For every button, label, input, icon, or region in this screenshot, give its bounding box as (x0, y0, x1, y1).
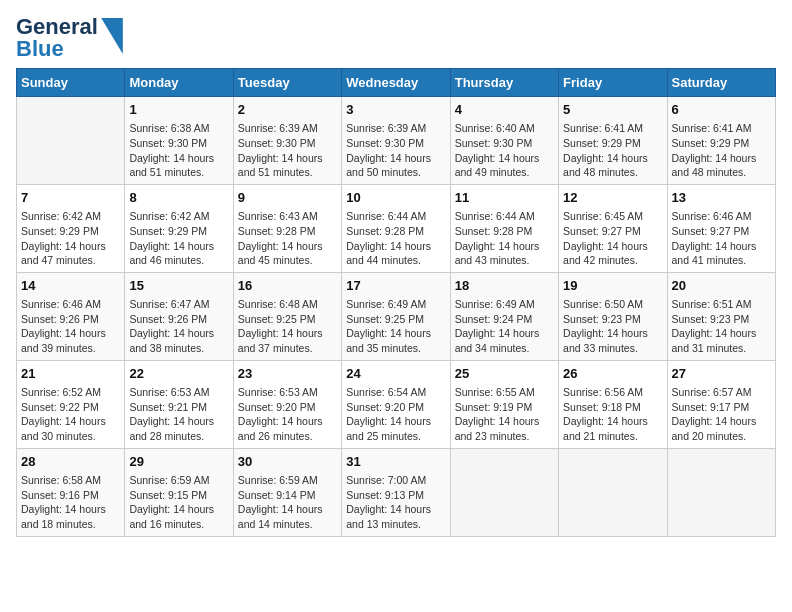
day-number: 8 (129, 189, 228, 207)
day-number: 22 (129, 365, 228, 383)
daylight-text: Daylight: 14 hours and 50 minutes. (346, 151, 445, 180)
sunrise-text: Sunrise: 6:46 AM (672, 209, 771, 224)
calendar-cell: 5 Sunrise: 6:41 AM Sunset: 9:29 PM Dayli… (559, 97, 667, 185)
calendar-cell: 22 Sunrise: 6:53 AM Sunset: 9:21 PM Dayl… (125, 360, 233, 448)
sunrise-text: Sunrise: 6:42 AM (21, 209, 120, 224)
daylight-text: Daylight: 14 hours and 51 minutes. (129, 151, 228, 180)
day-number: 15 (129, 277, 228, 295)
sunset-text: Sunset: 9:27 PM (563, 224, 662, 239)
day-number: 2 (238, 101, 337, 119)
daylight-text: Daylight: 14 hours and 49 minutes. (455, 151, 554, 180)
sunrise-text: Sunrise: 6:46 AM (21, 297, 120, 312)
sunset-text: Sunset: 9:20 PM (238, 400, 337, 415)
sunset-text: Sunset: 9:29 PM (129, 224, 228, 239)
sunrise-text: Sunrise: 6:45 AM (563, 209, 662, 224)
sunrise-text: Sunrise: 6:41 AM (672, 121, 771, 136)
sunrise-text: Sunrise: 6:44 AM (346, 209, 445, 224)
sunrise-text: Sunrise: 6:52 AM (21, 385, 120, 400)
sunrise-text: Sunrise: 6:38 AM (129, 121, 228, 136)
sunrise-text: Sunrise: 6:40 AM (455, 121, 554, 136)
day-number: 26 (563, 365, 662, 383)
day-number: 13 (672, 189, 771, 207)
calendar-cell: 29 Sunrise: 6:59 AM Sunset: 9:15 PM Dayl… (125, 448, 233, 536)
sunset-text: Sunset: 9:16 PM (21, 488, 120, 503)
sunrise-text: Sunrise: 6:53 AM (129, 385, 228, 400)
sunrise-text: Sunrise: 6:59 AM (238, 473, 337, 488)
sunset-text: Sunset: 9:14 PM (238, 488, 337, 503)
calendar-cell: 24 Sunrise: 6:54 AM Sunset: 9:20 PM Dayl… (342, 360, 450, 448)
calendar-cell: 2 Sunrise: 6:39 AM Sunset: 9:30 PM Dayli… (233, 97, 341, 185)
calendar-cell: 7 Sunrise: 6:42 AM Sunset: 9:29 PM Dayli… (17, 184, 125, 272)
day-number: 20 (672, 277, 771, 295)
logo: General Blue (16, 16, 124, 60)
daylight-text: Daylight: 14 hours and 31 minutes. (672, 326, 771, 355)
calendar-cell: 6 Sunrise: 6:41 AM Sunset: 9:29 PM Dayli… (667, 97, 775, 185)
daylight-text: Daylight: 14 hours and 20 minutes. (672, 414, 771, 443)
day-number: 28 (21, 453, 120, 471)
daylight-text: Daylight: 14 hours and 48 minutes. (672, 151, 771, 180)
sunset-text: Sunset: 9:25 PM (346, 312, 445, 327)
sunset-text: Sunset: 9:29 PM (563, 136, 662, 151)
sunrise-text: Sunrise: 6:53 AM (238, 385, 337, 400)
sunrise-text: Sunrise: 6:58 AM (21, 473, 120, 488)
calendar-cell: 10 Sunrise: 6:44 AM Sunset: 9:28 PM Dayl… (342, 184, 450, 272)
calendar-cell: 21 Sunrise: 6:52 AM Sunset: 9:22 PM Dayl… (17, 360, 125, 448)
logo-blue: Blue (16, 38, 98, 60)
sunset-text: Sunset: 9:13 PM (346, 488, 445, 503)
calendar-cell: 23 Sunrise: 6:53 AM Sunset: 9:20 PM Dayl… (233, 360, 341, 448)
sunset-text: Sunset: 9:30 PM (455, 136, 554, 151)
weekday-header-monday: Monday (125, 69, 233, 97)
weekday-header-friday: Friday (559, 69, 667, 97)
sunrise-text: Sunrise: 6:48 AM (238, 297, 337, 312)
sunrise-text: Sunrise: 6:55 AM (455, 385, 554, 400)
sunset-text: Sunset: 9:24 PM (455, 312, 554, 327)
calendar-cell: 31 Sunrise: 7:00 AM Sunset: 9:13 PM Dayl… (342, 448, 450, 536)
daylight-text: Daylight: 14 hours and 23 minutes. (455, 414, 554, 443)
calendar-cell (559, 448, 667, 536)
calendar-cell: 8 Sunrise: 6:42 AM Sunset: 9:29 PM Dayli… (125, 184, 233, 272)
daylight-text: Daylight: 14 hours and 34 minutes. (455, 326, 554, 355)
daylight-text: Daylight: 14 hours and 35 minutes. (346, 326, 445, 355)
sunrise-text: Sunrise: 6:57 AM (672, 385, 771, 400)
calendar-cell: 19 Sunrise: 6:50 AM Sunset: 9:23 PM Dayl… (559, 272, 667, 360)
sunrise-text: Sunrise: 6:50 AM (563, 297, 662, 312)
sunset-text: Sunset: 9:28 PM (455, 224, 554, 239)
calendar-cell (667, 448, 775, 536)
logo-triangle-icon (100, 18, 124, 54)
weekday-header-sunday: Sunday (17, 69, 125, 97)
daylight-text: Daylight: 14 hours and 37 minutes. (238, 326, 337, 355)
sunset-text: Sunset: 9:25 PM (238, 312, 337, 327)
sunset-text: Sunset: 9:30 PM (346, 136, 445, 151)
weekday-header-wednesday: Wednesday (342, 69, 450, 97)
day-number: 19 (563, 277, 662, 295)
sunrise-text: Sunrise: 6:51 AM (672, 297, 771, 312)
calendar-cell: 11 Sunrise: 6:44 AM Sunset: 9:28 PM Dayl… (450, 184, 558, 272)
daylight-text: Daylight: 14 hours and 26 minutes. (238, 414, 337, 443)
calendar-cell: 18 Sunrise: 6:49 AM Sunset: 9:24 PM Dayl… (450, 272, 558, 360)
daylight-text: Daylight: 14 hours and 25 minutes. (346, 414, 445, 443)
logo-general: General (16, 16, 98, 38)
weekday-header-thursday: Thursday (450, 69, 558, 97)
sunset-text: Sunset: 9:27 PM (672, 224, 771, 239)
day-number: 1 (129, 101, 228, 119)
day-number: 6 (672, 101, 771, 119)
day-number: 30 (238, 453, 337, 471)
day-number: 12 (563, 189, 662, 207)
calendar-week-row: 28 Sunrise: 6:58 AM Sunset: 9:16 PM Dayl… (17, 448, 776, 536)
sunset-text: Sunset: 9:29 PM (21, 224, 120, 239)
calendar-cell: 9 Sunrise: 6:43 AM Sunset: 9:28 PM Dayli… (233, 184, 341, 272)
sunset-text: Sunset: 9:30 PM (129, 136, 228, 151)
weekday-header-saturday: Saturday (667, 69, 775, 97)
calendar-cell (450, 448, 558, 536)
sunrise-text: Sunrise: 6:49 AM (346, 297, 445, 312)
sunrise-text: Sunrise: 6:54 AM (346, 385, 445, 400)
sunset-text: Sunset: 9:19 PM (455, 400, 554, 415)
daylight-text: Daylight: 14 hours and 45 minutes. (238, 239, 337, 268)
daylight-text: Daylight: 14 hours and 21 minutes. (563, 414, 662, 443)
sunrise-text: Sunrise: 6:41 AM (563, 121, 662, 136)
daylight-text: Daylight: 14 hours and 30 minutes. (21, 414, 120, 443)
calendar-cell: 30 Sunrise: 6:59 AM Sunset: 9:14 PM Dayl… (233, 448, 341, 536)
day-number: 25 (455, 365, 554, 383)
sunset-text: Sunset: 9:28 PM (346, 224, 445, 239)
sunrise-text: Sunrise: 7:00 AM (346, 473, 445, 488)
